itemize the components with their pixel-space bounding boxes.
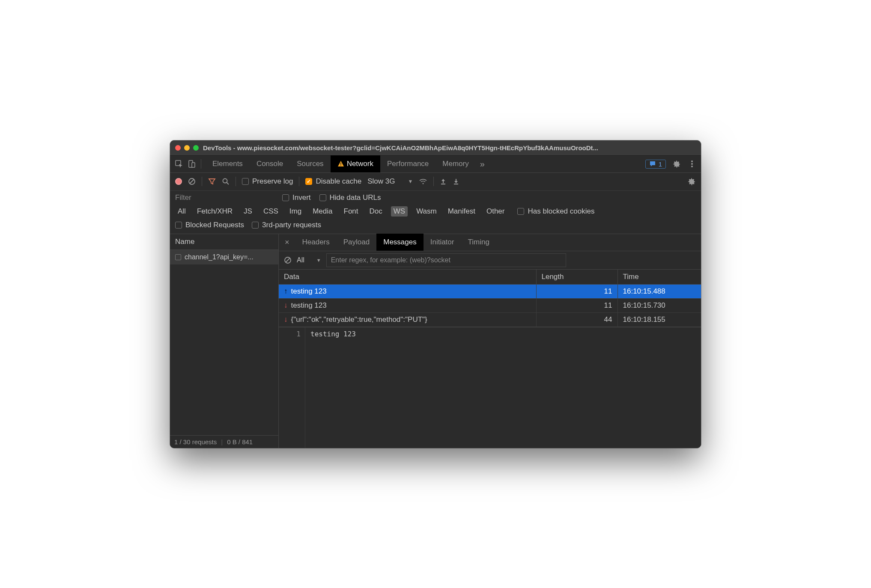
close-detail-icon[interactable]: × xyxy=(279,238,295,247)
message-row[interactable]: ↓testing 1231116:10:15.730 xyxy=(279,298,701,312)
type-all[interactable]: All xyxy=(175,206,188,217)
type-ws[interactable]: WS xyxy=(391,206,408,217)
message-time: 16:10:18.155 xyxy=(617,312,701,327)
has-blocked-cookies-label: Has blocked cookies xyxy=(528,207,594,216)
type-doc[interactable]: Doc xyxy=(367,206,385,217)
type-other[interactable]: Other xyxy=(484,206,507,217)
message-row[interactable]: ↑testing 1231116:10:15.488 xyxy=(279,284,701,298)
messages-toolbar: All ▼ xyxy=(279,251,701,269)
clear-icon[interactable] xyxy=(188,178,196,185)
has-blocked-cookies-checkbox[interactable]: Has blocked cookies xyxy=(517,207,594,216)
window-title: DevTools - www.piesocket.com/websocket-t… xyxy=(203,144,696,151)
filter-bar: Invert Hide data URLs All Fetch/XHR JS C… xyxy=(170,191,701,234)
issues-count: 1 xyxy=(659,160,662,168)
arrow-up-icon: ↑ xyxy=(284,287,288,295)
hide-data-urls-checkbox[interactable]: Hide data URLs xyxy=(319,193,381,202)
type-fetchxhr[interactable]: Fetch/XHR xyxy=(194,206,235,217)
throttling-value: Slow 3G xyxy=(367,177,395,186)
zoom-window-button[interactable] xyxy=(193,145,199,151)
svg-point-6 xyxy=(691,163,693,165)
svg-point-12 xyxy=(423,183,424,184)
type-js[interactable]: JS xyxy=(241,206,255,217)
message-preview: 1 testing 123 xyxy=(279,327,701,448)
message-length: 11 xyxy=(536,298,617,312)
upload-icon[interactable] xyxy=(440,178,447,185)
third-party-label: 3rd-party requests xyxy=(262,221,321,229)
checkbox-icon xyxy=(517,208,524,215)
message-row[interactable]: ↓{"url":"ok","retryable":true,"method":"… xyxy=(279,312,701,327)
tab-elements[interactable]: Elements xyxy=(206,155,250,172)
separator xyxy=(202,177,202,186)
detail-tabs: × Headers Payload Messages Initiator Tim… xyxy=(279,234,701,251)
svg-point-5 xyxy=(691,160,693,162)
direction-filter-select[interactable]: All ▼ xyxy=(297,256,321,264)
wifi-icon[interactable] xyxy=(419,178,427,185)
svg-line-16 xyxy=(286,258,290,262)
dtab-payload[interactable]: Payload xyxy=(337,234,376,251)
detail-pane: × Headers Payload Messages Initiator Tim… xyxy=(279,234,701,448)
separator xyxy=(201,159,201,169)
messages-table: Data Length Time ↑testing 1231116:10:15.… xyxy=(279,269,701,327)
type-font[interactable]: Font xyxy=(341,206,361,217)
status-footer: 1 / 30 requests | 0 B / 841 xyxy=(170,435,278,448)
invert-checkbox[interactable]: Invert xyxy=(282,193,311,202)
request-name: channel_1?api_key=... xyxy=(185,253,254,261)
type-img[interactable]: Img xyxy=(287,206,304,217)
dtab-timing[interactable]: Timing xyxy=(461,234,496,251)
svg-point-7 xyxy=(691,166,693,167)
svg-rect-3 xyxy=(340,163,341,165)
preview-body: testing 123 xyxy=(305,327,361,448)
col-length-header[interactable]: Length xyxy=(536,269,617,284)
blocked-requests-checkbox[interactable]: Blocked Requests xyxy=(175,221,244,229)
type-wasm[interactable]: Wasm xyxy=(414,206,439,217)
col-data-header[interactable]: Data xyxy=(279,269,536,284)
dtab-initiator[interactable]: Initiator xyxy=(424,234,461,251)
arrow-down-icon: ↓ xyxy=(284,301,288,309)
name-column-header[interactable]: Name xyxy=(170,234,278,250)
message-data: testing 123 xyxy=(291,301,327,309)
type-media[interactable]: Media xyxy=(310,206,335,217)
more-tabs-icon[interactable]: » xyxy=(476,159,489,169)
tab-console[interactable]: Console xyxy=(250,155,290,172)
dtab-messages[interactable]: Messages xyxy=(376,234,423,251)
svg-line-11 xyxy=(227,183,229,185)
clear-messages-icon[interactable] xyxy=(284,256,292,264)
minimize-window-button[interactable] xyxy=(184,145,190,151)
filter-input[interactable] xyxy=(175,193,274,202)
panel-tabs: Elements Console Sources Network Perform… xyxy=(206,155,489,172)
dtab-headers[interactable]: Headers xyxy=(295,234,337,251)
tab-performance[interactable]: Performance xyxy=(380,155,436,172)
search-icon[interactable] xyxy=(222,178,230,185)
disable-cache-checkbox[interactable]: Disable cache xyxy=(305,177,361,186)
type-manifest[interactable]: Manifest xyxy=(445,206,478,217)
checkbox-checked-icon xyxy=(305,178,312,185)
checkbox-icon xyxy=(319,194,326,201)
download-icon[interactable] xyxy=(453,178,459,185)
tab-network[interactable]: Network xyxy=(331,155,380,172)
throttling-select[interactable]: Slow 3G ▼ xyxy=(367,177,413,186)
filter-icon[interactable] xyxy=(208,178,216,185)
request-row[interactable]: channel_1?api_key=... xyxy=(170,250,278,264)
issues-badge[interactable]: 1 xyxy=(645,160,666,169)
kebab-menu-icon[interactable] xyxy=(687,159,697,169)
line-number: 1 xyxy=(279,327,305,448)
message-length: 44 xyxy=(536,312,617,327)
record-button[interactable] xyxy=(175,178,182,185)
preserve-log-checkbox[interactable]: Preserve log xyxy=(242,177,293,186)
third-party-checkbox[interactable]: 3rd-party requests xyxy=(252,221,321,229)
network-settings-icon[interactable] xyxy=(687,177,696,186)
message-length: 11 xyxy=(536,284,617,298)
col-time-header[interactable]: Time xyxy=(617,269,701,284)
close-window-button[interactable] xyxy=(175,145,181,151)
regex-filter-input[interactable] xyxy=(326,253,566,267)
tab-memory[interactable]: Memory xyxy=(436,155,475,172)
request-count: 1 / 30 requests xyxy=(174,438,217,445)
tab-sources[interactable]: Sources xyxy=(290,155,330,172)
type-css[interactable]: CSS xyxy=(261,206,281,217)
request-list: Name channel_1?api_key=... 1 / 30 reques… xyxy=(170,234,279,448)
content-area: Name channel_1?api_key=... 1 / 30 reques… xyxy=(170,234,701,448)
inspect-element-icon[interactable] xyxy=(174,159,184,169)
settings-icon[interactable] xyxy=(672,159,681,169)
svg-point-10 xyxy=(223,179,227,183)
device-toolbar-icon[interactable] xyxy=(187,159,197,169)
